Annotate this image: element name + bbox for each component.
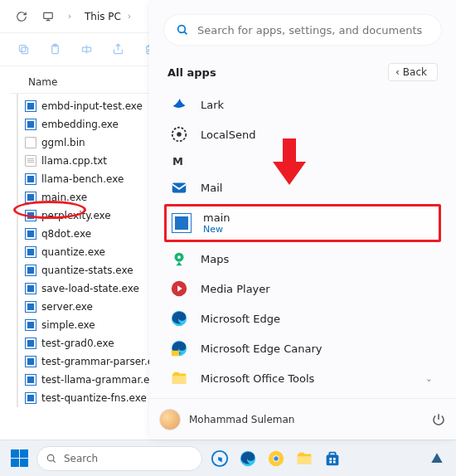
file-name: embd-input-test.exe xyxy=(41,100,143,112)
start-footer: Mohammad Suleman xyxy=(149,398,456,440)
svg-rect-0 xyxy=(44,12,53,18)
user-name[interactable]: Mohammad Suleman xyxy=(189,414,294,425)
back-button[interactable]: ‹Back xyxy=(388,63,438,81)
exe-file-icon xyxy=(25,338,36,349)
copy-icon[interactable] xyxy=(17,43,31,56)
refresh-icon[interactable] xyxy=(15,10,28,23)
lark-icon xyxy=(169,95,189,114)
exe-file-icon xyxy=(25,210,36,221)
exe-file-icon xyxy=(25,374,36,386)
taskbar-edge-icon[interactable] xyxy=(237,448,259,469)
file-name: test-llama-grammar.exe xyxy=(41,374,161,386)
exe-file-icon xyxy=(25,246,36,258)
svg-point-22 xyxy=(47,454,54,461)
app-label: Microsoft Office Tools xyxy=(201,372,314,385)
exe-file-icon xyxy=(25,228,36,240)
app-item[interactable]: Microsoft Edge Canary xyxy=(164,333,441,363)
file-name: server.exe xyxy=(41,301,93,313)
breadcrumb[interactable]: This PC › xyxy=(85,11,131,22)
bin-file-icon xyxy=(25,137,36,148)
svg-rect-1 xyxy=(22,47,28,54)
exe-icon xyxy=(172,213,192,233)
app-sublabel: New xyxy=(203,224,230,235)
app-item[interactable]: Microsoft Office Tools⌄ xyxy=(164,363,441,393)
start-search-box[interactable] xyxy=(164,15,441,45)
exe-file-icon xyxy=(25,356,36,367)
rename-icon[interactable] xyxy=(80,43,94,56)
app-item[interactable]: mainNew xyxy=(167,206,439,240)
app-label: Mail xyxy=(201,182,222,194)
svg-point-6 xyxy=(178,26,186,33)
svg-rect-15 xyxy=(172,351,179,356)
annotation-arrow xyxy=(273,138,306,185)
app-label: Media Player xyxy=(201,283,270,295)
app-list: LarkLocalSendMMailmainNewMapsMedia Playe… xyxy=(164,90,441,398)
svg-point-8 xyxy=(177,132,182,137)
file-name: perplexity.exe xyxy=(41,210,111,221)
chevron-down-icon: ⌄ xyxy=(425,373,433,384)
monitor-icon[interactable] xyxy=(41,10,55,23)
taskbar: Search xyxy=(0,440,456,476)
mediaplayer-icon xyxy=(169,279,189,299)
exe-file-icon xyxy=(25,301,36,313)
search-icon xyxy=(176,23,189,36)
breadcrumb-item[interactable]: This PC xyxy=(85,11,121,22)
office-icon xyxy=(169,368,189,388)
svg-rect-16 xyxy=(172,376,187,383)
file-name: main.exe xyxy=(41,192,87,203)
svg-rect-9 xyxy=(172,183,187,193)
user-avatar[interactable] xyxy=(159,409,181,430)
svg-rect-29 xyxy=(327,454,339,465)
start-menu: All apps ‹Back LarkLocalSendMMailmainNew… xyxy=(149,0,456,440)
file-name: q8dot.exe xyxy=(41,228,91,240)
exe-file-icon xyxy=(25,265,36,276)
file-name: llama-bench.exe xyxy=(41,173,124,185)
app-item[interactable]: Lark xyxy=(164,90,441,119)
app-item[interactable]: Maps xyxy=(164,244,441,274)
svg-rect-31 xyxy=(329,458,332,460)
file-name: quantize.exe xyxy=(41,246,105,258)
app-label: Microsoft Edge Canary xyxy=(201,342,322,355)
file-name: llama.cpp.txt xyxy=(41,155,107,167)
chevron-right-icon: › xyxy=(128,12,131,21)
file-name: save-load-state.exe xyxy=(41,283,139,294)
svg-point-27 xyxy=(274,456,279,461)
start-search-input[interactable] xyxy=(197,24,429,36)
windows-logo-icon xyxy=(11,449,28,467)
svg-rect-34 xyxy=(333,460,336,463)
edge-icon xyxy=(169,308,189,328)
file-name: ggml.bin xyxy=(41,137,85,148)
app-label: Microsoft Edge xyxy=(201,313,280,325)
svg-rect-30 xyxy=(329,452,335,455)
taskbar-store-icon[interactable] xyxy=(322,448,343,469)
exe-file-icon xyxy=(25,100,36,112)
file-name: test-grammar-parser.exe xyxy=(41,356,165,367)
svg-rect-33 xyxy=(329,460,332,463)
file-name: embedding.exe xyxy=(41,119,119,130)
start-button[interactable] xyxy=(8,448,30,469)
svg-point-11 xyxy=(177,255,181,259)
paste-icon[interactable] xyxy=(49,43,62,56)
file-name: simple.exe xyxy=(41,319,95,331)
taskbar-explorer-icon[interactable] xyxy=(293,448,315,469)
app-label: Maps xyxy=(201,253,229,265)
svg-rect-32 xyxy=(333,458,336,460)
edgecanary-icon xyxy=(169,338,189,358)
svg-rect-2 xyxy=(20,45,27,51)
exe-file-icon xyxy=(25,173,36,185)
share-icon[interactable] xyxy=(112,43,125,56)
power-icon[interactable] xyxy=(431,412,446,427)
app-item[interactable]: Media Player xyxy=(164,274,441,304)
all-apps-title: All apps xyxy=(167,66,216,79)
taskbar-search[interactable]: Search xyxy=(36,446,202,471)
taskbar-chrome-icon[interactable] xyxy=(265,448,287,469)
exe-file-icon xyxy=(25,192,36,203)
app-item[interactable]: Microsoft Edge xyxy=(164,304,441,333)
taskbar-tray-icon[interactable] xyxy=(426,448,448,469)
app-label: Lark xyxy=(201,99,224,111)
localsend-icon xyxy=(169,124,189,144)
chevron-right-icon: › xyxy=(68,12,71,21)
taskbar-bing-icon[interactable] xyxy=(209,448,230,469)
exe-file-icon xyxy=(25,283,36,294)
txt-file-icon xyxy=(25,155,36,167)
